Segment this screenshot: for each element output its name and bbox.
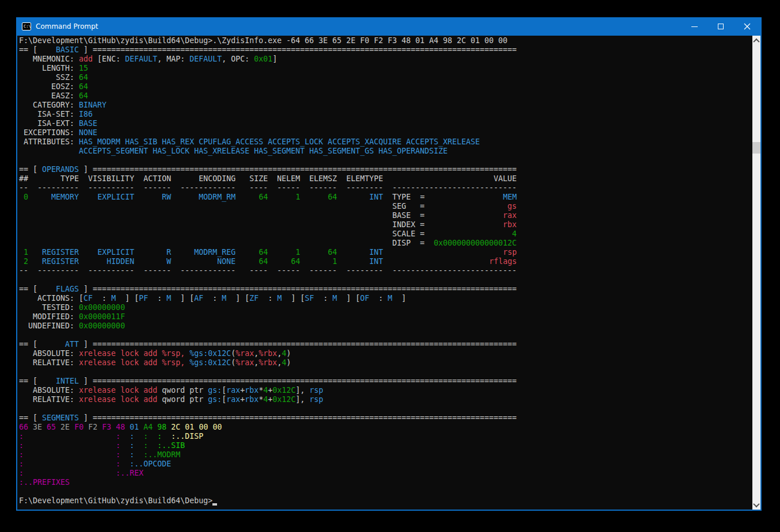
titlebar[interactable]: C:\ Command Prompt xyxy=(17,17,760,36)
text-segment: ========================================… xyxy=(93,414,517,422)
text-segment xyxy=(134,193,162,201)
text-segment: DEFAULT xyxy=(189,55,222,63)
text-segment: 3E xyxy=(33,423,42,431)
terminal-line: CATEGORY: BINARY xyxy=(19,101,752,110)
text-segment: M xyxy=(333,294,337,303)
terminal-line: UNDEFINED: 0x00000000 xyxy=(19,322,752,331)
text-segment: 64 xyxy=(79,73,88,82)
close-button[interactable] xyxy=(734,17,760,36)
text-segment xyxy=(148,441,157,450)
terminal-line: EOSZ: 64 xyxy=(19,82,752,91)
text-segment: : xyxy=(314,294,332,303)
text-segment: 1 xyxy=(24,248,28,257)
text-segment: RELATIVE: xyxy=(19,395,79,404)
terminal-line: EASZ: 64 xyxy=(19,91,752,101)
scrollbar-thumb[interactable] xyxy=(752,142,760,154)
text-segment: %rbx xyxy=(258,358,277,367)
text-segment: FLAGS xyxy=(42,285,79,293)
terminal-line: : : : :..MODRM xyxy=(19,450,752,460)
text-segment xyxy=(83,423,88,431)
terminal-line xyxy=(19,331,752,340)
text-segment: ] [ xyxy=(281,294,305,303)
close-icon xyxy=(744,23,751,30)
text-segment: MODRM_RM xyxy=(199,193,235,201)
text-segment xyxy=(337,193,370,201)
text-segment xyxy=(268,248,295,257)
scroll-down-button[interactable] xyxy=(752,500,760,510)
vertical-scrollbar[interactable] xyxy=(752,36,760,510)
text-segment: DISP = xyxy=(392,239,433,247)
text-segment: : xyxy=(203,294,222,303)
text-segment: qword ptr xyxy=(162,386,208,395)
terminal-line: SSZ: 64 xyxy=(19,73,752,82)
text-segment: ] xyxy=(79,45,93,54)
text-segment: 64 xyxy=(258,193,268,201)
minimize-button[interactable] xyxy=(681,17,707,36)
text-segment xyxy=(148,432,157,441)
text-segment: ATT xyxy=(42,340,79,349)
text-segment: 64 xyxy=(79,91,88,100)
text-segment: : xyxy=(130,432,134,441)
text-segment: rsp xyxy=(309,395,323,404)
terminal-line: ISA-EXT: BASE xyxy=(19,119,752,128)
text-segment: RW xyxy=(162,193,171,201)
text-segment xyxy=(383,257,489,266)
text-segment: ACCEPTS_SEGMENT HAS_LOCK HAS_XRELEASE HA… xyxy=(79,147,447,155)
text-segment: 65 xyxy=(47,423,56,431)
text-segment: OF xyxy=(360,294,370,303)
text-segment: : xyxy=(19,469,24,477)
text-segment: INDEX = xyxy=(392,220,424,229)
terminal-line: : :..REX xyxy=(19,469,752,478)
text-segment: : xyxy=(148,294,166,303)
text-segment: 2 xyxy=(24,257,28,266)
text-segment xyxy=(19,220,392,229)
text-segment: TESTED: xyxy=(19,303,79,312)
text-segment: : xyxy=(370,294,388,303)
text-segment: MEMORY xyxy=(51,193,79,201)
text-segment xyxy=(134,450,143,459)
terminal-line: -- --------- ---------- ------ ---------… xyxy=(19,183,752,193)
text-segment: : xyxy=(143,432,148,441)
terminal-area[interactable]: F:\Development\GitHub\zydis\Build64\Debu… xyxy=(17,36,752,510)
text-segment: LENGTH: xyxy=(19,64,79,72)
desktop-background: { "window": { "title": "Command Prompt",… xyxy=(0,0,780,532)
text-segment: 64 xyxy=(328,248,337,257)
text-segment: BASIC xyxy=(42,45,79,54)
text-segment xyxy=(79,248,97,257)
text-segment: ] xyxy=(79,414,93,422)
terminal-line: ACTIONS: [CF : M ] [PF : M ] [AF : M ] [… xyxy=(19,294,752,303)
text-segment: HAS_MODRM HAS_SIB HAS_REX CPUFLAG_ACCESS… xyxy=(79,137,480,146)
text-segment: , MAP: xyxy=(157,55,189,63)
terminal-line: == [ FLAGS ] ===========================… xyxy=(19,285,752,294)
text-segment xyxy=(268,193,295,201)
text-segment: rbx xyxy=(245,395,258,404)
text-segment xyxy=(162,432,171,441)
text-segment: RELATIVE: xyxy=(19,358,79,367)
text-segment: A4 xyxy=(143,423,153,431)
text-segment: CF xyxy=(83,294,93,303)
maximize-button[interactable] xyxy=(707,17,734,36)
text-segment xyxy=(424,202,507,210)
text-segment: 0x12C xyxy=(272,395,295,404)
text-segment: ========================================… xyxy=(93,285,517,293)
text-segment xyxy=(56,423,60,431)
terminal-line: 1 REGISTER EXPLICIT R MODRM_REG 64 1 64 … xyxy=(19,248,752,257)
text-segment: REGISTER xyxy=(42,248,79,257)
text-segment: ], xyxy=(295,386,309,395)
text-segment: CATEGORY: xyxy=(19,101,79,109)
text-segment: 66 xyxy=(19,423,28,431)
text-segment: : xyxy=(130,441,134,450)
text-segment xyxy=(70,423,74,431)
terminal-line: == [ SEGMENTS ] ========================… xyxy=(19,414,752,423)
terminal-line: -- --------- ---------- ------ ---------… xyxy=(19,266,752,275)
terminal-line: 2 REGISTER HIDDEN W NONE 64 64 1 INT rfl… xyxy=(19,257,752,266)
terminal-line: SEG = gs xyxy=(19,202,752,211)
scroll-up-button[interactable] xyxy=(752,36,760,45)
text-segment: %rax xyxy=(235,349,254,358)
text-segment: EXPLICIT xyxy=(97,248,134,257)
text-segment xyxy=(134,441,143,450)
text-segment: -- --------- ---------- ------ ---------… xyxy=(19,266,517,275)
text-segment: 4 xyxy=(512,229,517,238)
terminal-line: F:\Development\GitHub\zydis\Build64\Debu… xyxy=(19,36,752,45)
window-title: Command Prompt xyxy=(36,22,98,30)
